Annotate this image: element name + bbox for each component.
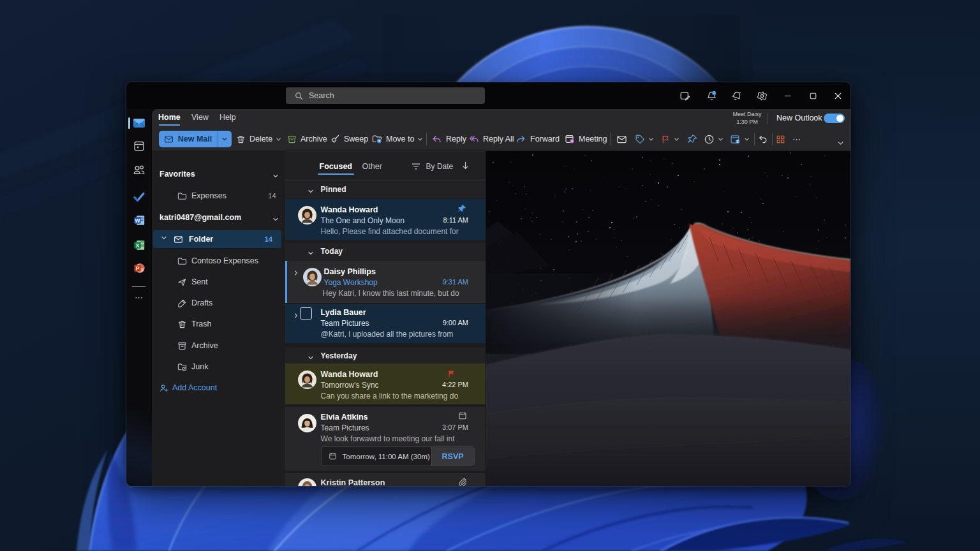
svg-text:1: 1: [713, 91, 715, 94]
svg-text:W: W: [135, 217, 140, 224]
svg-text:X: X: [135, 242, 139, 249]
svg-text:P: P: [135, 265, 139, 272]
